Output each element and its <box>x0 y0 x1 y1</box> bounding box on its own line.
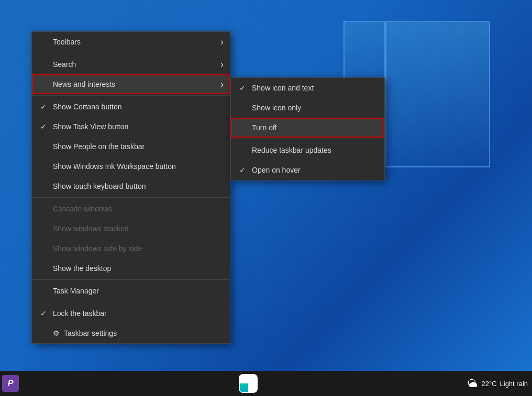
p-icon[interactable]: P <box>2 375 19 392</box>
menu-label-show-task-view: Show Task View button <box>53 122 221 131</box>
taskbar: P 🌥 22°C Light rain <box>0 371 532 396</box>
divider-after-show-desktop <box>32 279 230 280</box>
menu-label-taskbar-settings: Taskbar settings <box>64 329 221 337</box>
menu-label-cascade: Cascade windows <box>53 205 221 213</box>
arrow-search: › <box>220 59 224 70</box>
sub-label-show-icon-only: Show icon only <box>252 104 301 112</box>
weather-desc: Light rain <box>500 380 528 388</box>
menu-label-show-cortana: Show Cortana button <box>53 103 221 111</box>
gear-icon: ⚙ <box>53 329 60 337</box>
menu-label-show-touch: Show touch keyboard button <box>53 182 221 190</box>
menu-label-search: Search <box>53 60 221 69</box>
menu-item-show-task-view[interactable]: ✓Show Task View button <box>32 117 230 137</box>
arrow-news-and-interests: › <box>220 79 224 90</box>
sub-menu-item-turn-off[interactable]: Turn off <box>231 118 384 138</box>
menu-item-search[interactable]: Search› <box>32 54 230 74</box>
menu-label-show-ink: Show Windows Ink Workspace button <box>53 162 221 171</box>
menu-item-taskbar-settings[interactable]: ⚙Taskbar settings <box>32 323 230 343</box>
sub-menu-item-open-on-hover[interactable]: ✓Open on hover <box>231 160 384 180</box>
taskbar-left: P <box>0 371 25 396</box>
sub-divider-after-turn-off <box>231 139 384 139</box>
menu-item-show-cortana[interactable]: ✓Show Cortana button <box>32 97 230 117</box>
divider-after-task-manager <box>32 302 230 302</box>
window-shape-1 <box>385 21 490 167</box>
sub-label-open-on-hover: Open on hover <box>252 166 301 174</box>
check-lock-taskbar: ✓ <box>40 309 51 318</box>
weather-icon: 🌥 <box>468 378 478 390</box>
menu-item-lock-taskbar[interactable]: ✓Lock the taskbar <box>32 303 230 323</box>
weather-temp: 22°C <box>481 380 496 388</box>
menu-item-show-people[interactable]: Show People on the taskbar <box>32 137 230 156</box>
divider-after-show-touch <box>32 197 230 198</box>
menu-item-show-ink[interactable]: Show Windows Ink Workspace button <box>32 156 230 176</box>
menu-label-task-manager: Task Manager <box>53 287 221 295</box>
menu-label-show-side-by-side: Show windows side by side <box>53 244 221 253</box>
sub-label-show-icon-text: Show icon and text <box>252 84 314 92</box>
sub-check-show-icon-text: ✓ <box>239 84 250 92</box>
check-show-task-view: ✓ <box>40 122 51 131</box>
check-show-cortana: ✓ <box>40 103 51 111</box>
white-app-icon <box>239 374 258 393</box>
sub-label-reduce-updates: Reduce taskbar updates <box>252 146 331 154</box>
menu-item-toolbars[interactable]: Toolbars› <box>32 32 230 52</box>
sub-check-open-on-hover: ✓ <box>239 166 250 174</box>
menu-label-news-and-interests: News and interests <box>53 80 221 88</box>
context-menu-sub: ✓Show icon and textShow icon onlyTurn of… <box>230 77 385 180</box>
menu-item-show-side-by-side: Show windows side by side <box>32 239 230 258</box>
menu-label-lock-taskbar: Lock the taskbar <box>53 309 221 318</box>
menu-item-task-manager[interactable]: Task Manager <box>32 281 230 301</box>
divider-after-news-and-interests <box>32 95 230 96</box>
menu-item-show-touch[interactable]: Show touch keyboard button <box>32 176 230 196</box>
menu-label-show-stacked: Show windows stacked <box>53 224 221 233</box>
menu-label-toolbars: Toolbars <box>53 38 221 46</box>
menu-item-show-stacked: Show windows stacked <box>32 219 230 239</box>
menu-item-cascade: Cascade windows <box>32 199 230 219</box>
arrow-toolbars: › <box>220 37 224 48</box>
menu-label-show-desktop: Show the desktop <box>53 264 221 273</box>
app-icon-area[interactable] <box>239 374 258 393</box>
menu-item-news-and-interests[interactable]: News and interests› <box>32 74 230 94</box>
divider-after-toolbars <box>32 53 230 53</box>
desktop: Toolbars›Search›News and interests›✓Show… <box>0 0 532 396</box>
sub-menu-item-show-icon-text[interactable]: ✓Show icon and text <box>231 78 384 98</box>
menu-label-show-people: Show People on the taskbar <box>53 142 221 151</box>
sub-label-turn-off: Turn off <box>252 123 276 132</box>
sub-menu-item-show-icon-only[interactable]: Show icon only <box>231 98 384 118</box>
sub-menu-item-reduce-updates[interactable]: Reduce taskbar updates <box>231 140 384 160</box>
context-menu-main: Toolbars›Search›News and interests›✓Show… <box>31 31 230 344</box>
menu-item-show-desktop[interactable]: Show the desktop <box>32 258 230 278</box>
taskbar-right: 🌥 22°C Light rain <box>468 378 528 390</box>
